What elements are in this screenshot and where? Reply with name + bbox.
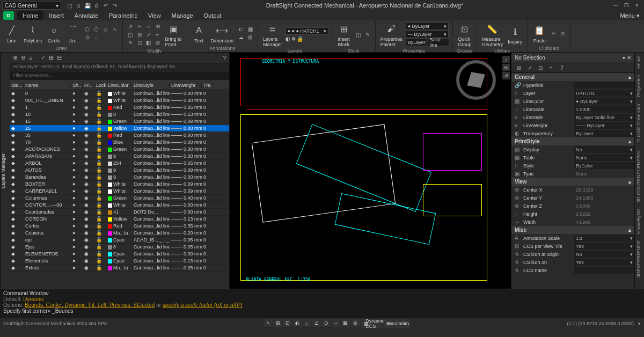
status-icon[interactable]: ⊙ bbox=[322, 319, 331, 327]
layer-row[interactable]: ◆Ejes●◉🔓8Continuo...lid line0.05 mm0 bbox=[10, 244, 229, 251]
layer-row[interactable]: ◆25●◉🔓YellowContinuo...lid line0.00 mm0 bbox=[10, 125, 229, 132]
layer-row[interactable]: ◆eje●◉🔓CyanACAD_IS... _ . _0.05 mm0 bbox=[10, 237, 229, 244]
modify-tool-icon[interactable]: ⌐ bbox=[153, 31, 162, 39]
annot-tool-icon[interactable]: ☁ bbox=[237, 34, 245, 41]
copy-icon[interactable]: ⎘ bbox=[559, 30, 567, 37]
layer-tool-icon[interactable]: ⊞ bbox=[49, 54, 54, 61]
layer-row[interactable]: ◆CARRERA911●◉🔓WhiteContinuo...lid line0.… bbox=[10, 188, 229, 195]
property-row[interactable]: ⁞⁞StyleByColor bbox=[511, 162, 634, 170]
status-menu-icon[interactable]: ▾ bbox=[638, 321, 641, 326]
modify-tool-icon[interactable]: ↔ bbox=[144, 23, 153, 31]
layer-tool-icon[interactable]: ✓ bbox=[41, 54, 46, 61]
layer-row[interactable]: ◆APARASANI●◉🔓9Continuo...lid line0.00 mm… bbox=[10, 153, 229, 160]
open-icon[interactable]: ⌸ bbox=[75, 2, 82, 9]
layers-filter-input[interactable]: Filter expression... bbox=[10, 72, 229, 80]
status-annotation[interactable]: ⊕ Annotation ▾ bbox=[384, 319, 410, 328]
close-icon[interactable]: ✕ bbox=[632, 3, 642, 8]
block-tool-icon[interactable]: ✎ bbox=[363, 31, 372, 39]
annot-tool-icon[interactable]: ⊏ bbox=[237, 26, 245, 33]
tab-home[interactable]: Home bbox=[17, 11, 43, 20]
maximize-icon[interactable]: ❐ bbox=[621, 3, 631, 8]
tab-output[interactable]: Output bbox=[199, 11, 227, 20]
property-row[interactable]: ⊕Center Z0.0000 bbox=[511, 202, 634, 210]
layer-row[interactable]: ◆Barandas●◉🔓9Continuo...lid line0.00 mm0 bbox=[10, 174, 229, 181]
draw-tool-icon[interactable]: ⊙ bbox=[83, 34, 92, 41]
side-tab-home[interactable]: Home bbox=[635, 53, 644, 72]
layer-row[interactable]: ◆ELEMENETOS●◉🔓CyanContinuo...lid line0.0… bbox=[10, 251, 229, 258]
modify-tool-icon[interactable]: ⊘ bbox=[153, 39, 162, 47]
layer-tool-icon[interactable]: ◐ bbox=[286, 36, 290, 42]
insert-block-button[interactable]: ⊞Insert Block bbox=[335, 21, 353, 48]
menu-dropdown[interactable]: Menu ▾ bbox=[620, 12, 640, 19]
property-row[interactable]: ≡LineStyleByLayer Solid line▾ bbox=[511, 113, 634, 121]
modify-tool-icon[interactable]: ◫ bbox=[126, 31, 135, 39]
draw-tool-icon[interactable]: ∿ bbox=[111, 26, 119, 33]
layer-row[interactable]: ◆ARBOL●◉🔓254Continuo...lid line0.05 mm0 bbox=[10, 160, 229, 167]
status-icon[interactable]: ⊡ bbox=[283, 319, 292, 327]
delete-layer-icon[interactable]: ⊖ bbox=[21, 54, 26, 61]
prop-tool-icon[interactable]: ⊞ bbox=[515, 63, 523, 72]
layer-row[interactable]: ◆CONTOR...----00●◉🔓WhiteContinuo...lid l… bbox=[10, 202, 229, 209]
layer-row[interactable]: ◆Cortes●◉🔓RedContinuo...lid line0.35 mm0 bbox=[10, 223, 229, 230]
side-tab-properties[interactable]: Properties bbox=[635, 72, 644, 100]
layer-row[interactable]: ◆1●◉🔓RedContinuo...lid line0.05 mm0 bbox=[10, 104, 229, 111]
tab-annotate[interactable]: Annotate bbox=[69, 11, 104, 20]
property-row[interactable]: ▣TypeNone bbox=[511, 170, 634, 178]
property-row[interactable]: ⊕Center Y24.1989 bbox=[511, 194, 634, 202]
draw-tool-icon[interactable]: ⬡ bbox=[92, 26, 101, 33]
property-row[interactable]: ↯CCS name bbox=[511, 266, 634, 274]
status-icon[interactable]: ⟂ bbox=[303, 319, 311, 327]
paste-button[interactable]: 📋Paste bbox=[531, 23, 548, 44]
block-tool-icon[interactable]: ◫ bbox=[354, 31, 363, 39]
tab-parametric[interactable]: Parametric bbox=[104, 11, 143, 20]
undo-icon[interactable]: ↶ bbox=[102, 2, 109, 9]
property-row[interactable]: AAnnotation Scale1:1▾ bbox=[511, 234, 634, 242]
modify-tool-icon[interactable]: ✂ bbox=[135, 23, 144, 31]
layer-tool-icon[interactable]: ⊟ bbox=[57, 54, 62, 61]
prop-tool-icon[interactable]: ≡ bbox=[547, 63, 555, 72]
layer-row[interactable]: ◆Extras●◉🔓Ma...taContinuo...lid line0.05… bbox=[10, 265, 229, 272]
inquiry-button[interactable]: ℹInquiry bbox=[506, 24, 524, 45]
property-row[interactable]: ↔Width4.8960 bbox=[511, 218, 634, 226]
layer-row[interactable]: ◆70●◉🔓BlueContinuo...lid line0.00 mm0 bbox=[10, 139, 229, 146]
status-icon[interactable]: ▦ bbox=[341, 319, 350, 327]
dimension-button[interactable]: ⟷Dimension bbox=[209, 23, 236, 44]
modify-tool-icon[interactable]: ✎ bbox=[126, 39, 135, 47]
arc-button[interactable]: ⌒Arc bbox=[64, 23, 82, 44]
drawing-canvas[interactable]: PLANTA GENERAL ESC. 1:250 GEOMETRIA Y ES… bbox=[230, 53, 511, 289]
status-icon[interactable]: ⊕ bbox=[351, 319, 360, 327]
minimize-icon[interactable]: — bbox=[611, 3, 620, 8]
command-window[interactable]: Command Window Default: Dynamic Options:… bbox=[0, 289, 644, 318]
prop-tool-icon[interactable]: ↗ bbox=[525, 63, 534, 72]
layers-manager-button[interactable]: ≣Layers Manager bbox=[261, 21, 284, 48]
layer-tool-icon[interactable]: 🔒 bbox=[297, 36, 303, 42]
modify-tool-icon[interactable]: ⤢ bbox=[144, 31, 153, 39]
layer-row[interactable]: ◆Columnas●◉🔓GreenContinuo...lid line0.40… bbox=[10, 195, 229, 202]
side-tab-3dx[interactable]: 3DEXPERIENCE bbox=[635, 237, 644, 281]
status-ccs[interactable]: ▦ Dynamic CCS bbox=[361, 319, 383, 328]
print-icon[interactable]: ⎙ bbox=[93, 2, 100, 9]
property-row[interactable]: ≡LineWeight—— ByLayer▾ bbox=[511, 121, 634, 129]
property-row[interactable]: ⟋LineScale1.0000 bbox=[511, 105, 634, 113]
view-90-icon[interactable]: 90 bbox=[502, 64, 510, 71]
prop-painter-button[interactable]: 🖌Properties Painter bbox=[379, 21, 404, 48]
property-row[interactable]: ↯CS icon onYes▾ bbox=[511, 258, 634, 266]
layer-row[interactable]: ◆AUTOS●◉🔓9Continuo...lid line0.09 mm0 bbox=[10, 167, 229, 174]
property-row[interactable]: ▦TableNone▾ bbox=[511, 153, 634, 162]
viewcube[interactable] bbox=[452, 56, 500, 104]
layer-row[interactable]: ◆15●◉🔓GreenContinuo...lid line0.09 mm0 bbox=[10, 118, 229, 125]
layer-row[interactable]: ◆10●◉🔓8Continuo...lid line0.13 mm0 bbox=[10, 111, 229, 118]
draw-tool-icon[interactable]: ◇ bbox=[101, 26, 110, 33]
property-row[interactable]: ⊕Center X26.3199 bbox=[511, 186, 634, 194]
prop-tool-icon[interactable]: ⊡ bbox=[536, 63, 545, 72]
modify-tool-icon[interactable]: ↗ bbox=[126, 23, 135, 31]
cut-icon[interactable]: ✂ bbox=[550, 30, 558, 37]
status-icon[interactable]: ◐ bbox=[293, 319, 302, 327]
property-row[interactable]: ≡LayerHATCH1▾ bbox=[511, 89, 634, 97]
layer-row[interactable]: ◆Elementos●◉🔓CyanContinuo...lid line0.13… bbox=[10, 258, 229, 265]
draw-tool-icon[interactable]: ⬠ bbox=[83, 26, 92, 33]
color-dropdown[interactable]: ● ByLayer▾ bbox=[406, 23, 449, 30]
line-button[interactable]: ╱Line bbox=[3, 23, 20, 44]
status-icon[interactable]: ∠ bbox=[312, 319, 321, 327]
layer-row[interactable]: ◆35●◉🔓RedContinuo...lid line0.00 mm0 bbox=[10, 132, 229, 139]
